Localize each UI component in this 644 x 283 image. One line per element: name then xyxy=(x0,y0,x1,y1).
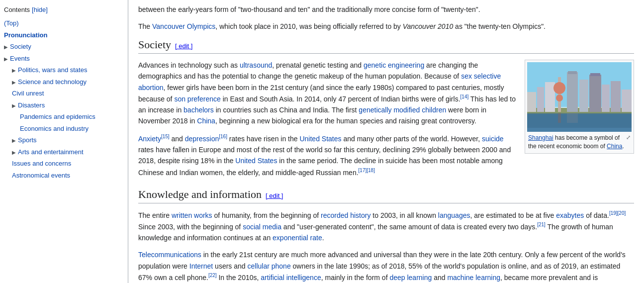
main-content: between the early-years form of "two-tho… xyxy=(128,0,644,283)
svg-rect-4 xyxy=(537,87,544,112)
languages-link[interactable]: languages xyxy=(438,211,470,219)
shanghai-image xyxy=(527,62,632,132)
chevron-right-icon: ▶ xyxy=(12,102,16,109)
intro-paragraph: between the early-years form of "two-tho… xyxy=(138,4,634,15)
society-heading-text: Society xyxy=(138,38,171,51)
sidebar-item-pandemics[interactable]: Pandemics and epidemics xyxy=(0,111,128,123)
ref-17-18: [17][18] xyxy=(359,168,375,173)
shanghai-image-box: ⤢ Shanghai has become a symbol of the re… xyxy=(525,60,634,154)
written-works-link[interactable]: written works xyxy=(172,211,212,219)
chevron-right-icon: ▶ xyxy=(12,149,16,156)
svg-rect-3 xyxy=(527,92,536,112)
svg-rect-9 xyxy=(567,72,578,112)
toc-title: Contents xyxy=(4,6,30,13)
svg-rect-15 xyxy=(611,81,621,112)
sidebar-item-disasters-link[interactable]: Disasters xyxy=(18,100,45,110)
sidebar-item-civil-unrest[interactable]: Civil unrest xyxy=(0,88,128,99)
svg-rect-12 xyxy=(589,75,601,112)
knowledge-edit-link[interactable]: [ edit ] xyxy=(266,192,283,199)
bachelors-link[interactable]: bachelors xyxy=(184,106,214,114)
ref-21: [21] xyxy=(537,222,546,227)
sidebar-item-astronomical-link[interactable]: Astronomical events xyxy=(12,171,70,181)
telecommunications-link[interactable]: Telecommunications xyxy=(138,251,201,259)
internet-link[interactable]: Internet xyxy=(189,262,213,270)
sidebar-item-top[interactable]: (Top) xyxy=(0,17,128,29)
svg-rect-18 xyxy=(558,113,561,123)
machine-learning-link[interactable]: machine learning xyxy=(447,274,500,282)
chevron-right-icon: ▶ xyxy=(12,79,16,86)
society-edit-anchor[interactable]: [ edit ] xyxy=(175,42,192,50)
anxiety-link[interactable]: Anxiety xyxy=(138,134,161,142)
sidebar-item-politics[interactable]: ▶ Politics, wars and states xyxy=(0,64,128,76)
social-media-link[interactable]: social media xyxy=(243,222,281,230)
united-states-link1[interactable]: United States xyxy=(299,134,341,142)
sidebar-item-society-link[interactable]: Society xyxy=(10,42,31,52)
sidebar-item-society[interactable]: ▶ Society xyxy=(0,41,128,53)
genetic-engineering-link[interactable]: genetic engineering xyxy=(364,61,424,69)
sidebar-item-pronunciation[interactable]: Pronunciation xyxy=(0,29,128,41)
society-content-area: Advances in technology such as ultrasoun… xyxy=(138,60,634,184)
depression-link[interactable]: depression xyxy=(185,134,219,142)
sidebar-item-sports[interactable]: ▶ Sports xyxy=(0,134,128,146)
chevron-right-icon: ▶ xyxy=(12,137,16,144)
sidebar-item-astronomical[interactable]: Astronomical events xyxy=(0,170,128,182)
sidebar-item-arts[interactable]: ▶ Arts and entertainment xyxy=(0,146,128,158)
sidebar-item-pandemics-link[interactable]: Pandemics and epidemics xyxy=(20,112,95,122)
svg-rect-10 xyxy=(568,71,577,74)
sidebar-item-top-link[interactable]: (Top) xyxy=(4,18,19,28)
deep-learning-link[interactable]: deep learning xyxy=(389,274,432,282)
recorded-history-link[interactable]: recorded history xyxy=(321,211,370,219)
sidebar-item-civil-unrest-link[interactable]: Civil unrest xyxy=(12,89,44,98)
svg-rect-19 xyxy=(567,113,578,123)
ref-15: [15] xyxy=(161,134,170,139)
vancouver-2010-italic: Vancouver 2010 xyxy=(403,22,453,30)
svg-point-7 xyxy=(553,82,565,94)
sidebar-item-economics[interactable]: Economics and industry xyxy=(0,123,128,135)
ai-link[interactable]: artificial intelligence xyxy=(261,274,321,282)
society-heading: Society [ edit ] xyxy=(138,38,634,54)
sidebar-item-disasters[interactable]: ▶ Disasters xyxy=(0,99,128,111)
expand-icon[interactable]: ⤢ xyxy=(626,134,631,141)
sidebar-item-issues-link[interactable]: Issues and concerns xyxy=(12,159,71,169)
society-edit-link[interactable]: [ edit ] xyxy=(175,42,192,50)
ref-22: [22] xyxy=(208,273,217,278)
svg-rect-13 xyxy=(590,73,600,76)
shanghai-caption-link[interactable]: Shanghai xyxy=(528,134,553,141)
sidebar-item-science[interactable]: ▶ Science and technology xyxy=(0,76,128,88)
chevron-right-icon: ▶ xyxy=(12,67,16,74)
sidebar-item-issues[interactable]: Issues and concerns xyxy=(0,158,128,170)
svg-point-8 xyxy=(556,94,563,101)
united-states-link2[interactable]: United States xyxy=(235,157,277,165)
sidebar-item-events-link[interactable]: Events xyxy=(10,54,30,64)
toc-hide-button[interactable]: [hide] xyxy=(32,6,48,13)
vancouver-olympics-link[interactable]: Vancouver Olympics xyxy=(152,22,215,30)
exabytes-link[interactable]: exabytes xyxy=(556,211,584,219)
svg-rect-11 xyxy=(579,80,588,112)
toc-header: Contents [hide] xyxy=(0,4,128,17)
cellular-phone-link[interactable]: cellular phone xyxy=(248,262,291,270)
suicide-link[interactable]: suicide xyxy=(482,134,504,142)
sidebar-item-arts-link[interactable]: Arts and entertainment xyxy=(18,147,84,157)
china-link1[interactable]: China xyxy=(197,117,215,125)
knowledge-edit-anchor[interactable]: [ edit ] xyxy=(266,192,283,199)
sidebar-item-sports-link[interactable]: Sports xyxy=(18,135,37,145)
knowledge-heading: Knowledge and information [ edit ] xyxy=(138,188,634,203)
ref-16: [16] xyxy=(219,134,227,139)
chevron-right-icon: ▶ xyxy=(4,43,8,51)
gm-children-link[interactable]: genetically modified children xyxy=(359,106,446,114)
sidebar-item-politics-link[interactable]: Politics, wars and states xyxy=(18,65,87,75)
china-caption-link[interactable]: China xyxy=(607,143,622,150)
sidebar-item-economics-link[interactable]: Economics and industry xyxy=(20,124,89,134)
table-of-contents[interactable]: Contents [hide] (Top) Pronunciation ▶ So… xyxy=(0,0,128,283)
sidebar-item-pronunciation-link[interactable]: Pronunciation xyxy=(4,30,47,40)
vancouver-paragraph: The Vancouver Olympics, which took place… xyxy=(138,21,634,32)
sidebar-item-events[interactable]: ▶ Events xyxy=(0,53,128,65)
society-text-column: Advances in technology such as ultrasoun… xyxy=(138,60,517,184)
sex-selective-abortion-link[interactable]: sex selective abortion xyxy=(138,72,501,91)
chevron-right-icon: ▶ xyxy=(4,55,8,63)
ultrasound-link[interactable]: ultrasound xyxy=(240,61,272,69)
sidebar-item-science-link[interactable]: Science and technology xyxy=(18,77,87,87)
svg-rect-5 xyxy=(545,82,555,112)
son-preference-link[interactable]: son preference xyxy=(174,95,220,103)
exponential-rate-link[interactable]: exponential rate xyxy=(273,234,322,242)
